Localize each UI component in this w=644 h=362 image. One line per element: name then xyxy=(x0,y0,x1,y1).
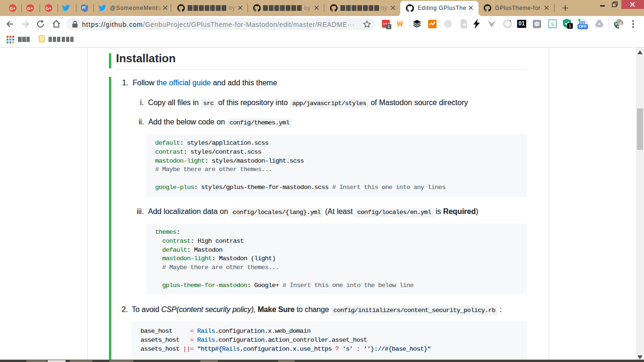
svg-text:LINE: LINE xyxy=(535,23,539,25)
svg-text:G+: G+ xyxy=(10,6,16,11)
svg-text:G+: G+ xyxy=(27,6,33,11)
svg-text:G+: G+ xyxy=(46,6,51,11)
svg-text:S: S xyxy=(551,21,554,28)
